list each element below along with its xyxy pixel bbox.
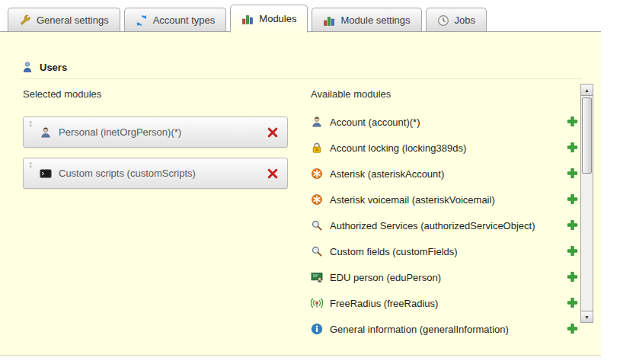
add-module-button[interactable] bbox=[567, 193, 579, 206]
available-module-edu-person: EDU person (eduPerson) bbox=[311, 264, 579, 290]
available-module-authorized-services: Authorized Services (authorizedServiceOb… bbox=[311, 212, 579, 238]
available-module-general-information: General information (generalInformation) bbox=[311, 316, 579, 342]
tab-label: Module settings bbox=[340, 14, 410, 26]
delete-icon bbox=[267, 126, 279, 139]
tab-bar: General settings Account types Modules M… bbox=[0, 0, 601, 32]
selected-module-personal[interactable]: ↕ Personal (inetOrgPerson)(*) bbox=[23, 117, 288, 148]
education-icon bbox=[311, 271, 323, 283]
available-modules-column: Available modules Account (account)(*) A… bbox=[311, 88, 579, 342]
add-module-button[interactable] bbox=[567, 323, 579, 335]
clock-icon bbox=[437, 14, 449, 27]
add-module-button[interactable] bbox=[567, 297, 579, 309]
available-modules-heading: Available modules bbox=[311, 88, 579, 100]
users-icon bbox=[21, 61, 34, 73]
tab-label: Modules bbox=[259, 13, 296, 24]
available-module-custom-fields: Custom fields (customFields) bbox=[311, 238, 579, 264]
available-module-label: Account locking (locking389ds) bbox=[330, 142, 466, 154]
info-icon bbox=[311, 323, 323, 335]
available-module-label: Account (account)(*) bbox=[330, 117, 420, 128]
search-icon bbox=[311, 219, 323, 231]
selected-modules-column: Selected modules ↕ Personal (inetOrgPers… bbox=[23, 88, 288, 199]
available-module-label: FreeRadius (freeRadius) bbox=[330, 298, 438, 309]
drag-handle-icon[interactable]: ↕ bbox=[28, 117, 33, 129]
available-module-account-locking: Account locking (locking389ds) bbox=[311, 135, 579, 161]
scroll-down-icon[interactable]: ▼ bbox=[581, 311, 593, 322]
sync-icon bbox=[136, 14, 148, 27]
add-module-button[interactable] bbox=[567, 168, 579, 180]
add-module-button[interactable] bbox=[567, 142, 579, 154]
remove-module-button[interactable] bbox=[267, 126, 279, 139]
modules-icon bbox=[241, 13, 254, 25]
available-module-label: Asterisk voicemail (asteriskVoicemail) bbox=[330, 194, 495, 206]
tab-account-types[interactable]: Account types bbox=[124, 8, 227, 32]
add-module-button[interactable] bbox=[567, 245, 579, 257]
selected-module-custom-scripts[interactable]: ↕ Custom scripts (customScripts) bbox=[23, 158, 288, 189]
modules-panel: Users Selected modules ↕ Personal (inetO… bbox=[0, 32, 601, 356]
person-icon bbox=[40, 126, 52, 139]
section-title-users: Users bbox=[21, 61, 582, 79]
lam-config-window: General settings Account types Modules M… bbox=[0, 0, 620, 364]
add-icon bbox=[567, 193, 578, 205]
available-module-asterisk: Asterisk (asteriskAccount) bbox=[311, 161, 579, 187]
add-icon bbox=[567, 245, 578, 257]
search-icon bbox=[311, 245, 323, 257]
add-icon bbox=[567, 323, 578, 334]
selected-module-label: Custom scripts (customScripts) bbox=[59, 168, 196, 179]
tab-modules[interactable]: Modules bbox=[230, 5, 308, 33]
terminal-icon bbox=[40, 168, 52, 180]
add-icon bbox=[567, 271, 578, 283]
tab-module-settings[interactable]: Module settings bbox=[312, 8, 421, 32]
available-module-label: General information (generalInformation) bbox=[330, 324, 509, 335]
tabs: General settings Account types Modules M… bbox=[8, 5, 487, 32]
available-module-label: Authorized Services (authorizedServiceOb… bbox=[330, 220, 535, 231]
available-modules-scrollbar[interactable]: ▲ ▼ bbox=[580, 84, 593, 323]
section-title-text: Users bbox=[40, 62, 67, 73]
add-icon bbox=[567, 219, 578, 231]
tab-label: General settings bbox=[37, 14, 109, 26]
drag-handle-icon[interactable]: ↕ bbox=[28, 158, 33, 170]
tab-jobs[interactable]: Jobs bbox=[426, 8, 487, 32]
person-icon bbox=[311, 116, 323, 128]
available-module-label: Asterisk (asteriskAccount) bbox=[330, 168, 444, 180]
add-module-button[interactable] bbox=[567, 271, 579, 283]
add-module-button[interactable] bbox=[567, 116, 579, 128]
selected-module-label: Personal (inetOrgPerson)(*) bbox=[59, 126, 181, 138]
asterisk-icon bbox=[311, 168, 323, 180]
available-module-account: Account (account)(*) bbox=[311, 109, 579, 135]
add-icon bbox=[567, 142, 578, 153]
module-settings-icon bbox=[323, 14, 335, 27]
antenna-icon bbox=[311, 297, 323, 309]
scroll-up-icon[interactable]: ▲ bbox=[581, 85, 593, 96]
add-icon bbox=[567, 297, 578, 308]
asterisk-icon bbox=[311, 193, 323, 206]
scrollbar-thumb[interactable] bbox=[582, 97, 592, 174]
selected-modules-heading: Selected modules bbox=[23, 88, 288, 100]
add-module-button[interactable] bbox=[567, 219, 579, 231]
tab-label: Jobs bbox=[455, 14, 475, 26]
add-icon bbox=[567, 168, 578, 179]
lock-icon bbox=[311, 142, 323, 154]
delete-icon bbox=[267, 168, 279, 180]
remove-module-button[interactable] bbox=[267, 168, 279, 180]
scrollbar-track[interactable] bbox=[581, 96, 593, 311]
tab-general-settings[interactable]: General settings bbox=[8, 8, 120, 32]
available-module-asterisk-voicemail: Asterisk voicemail (asteriskVoicemail) bbox=[311, 187, 579, 212]
tab-label: Account types bbox=[153, 14, 216, 26]
available-module-label: EDU person (eduPerson) bbox=[330, 272, 441, 283]
available-module-label: Custom fields (customFields) bbox=[330, 246, 458, 257]
wrench-icon bbox=[19, 14, 31, 27]
add-icon bbox=[567, 116, 578, 127]
available-module-freeradius: FreeRadius (freeRadius) bbox=[311, 290, 579, 316]
